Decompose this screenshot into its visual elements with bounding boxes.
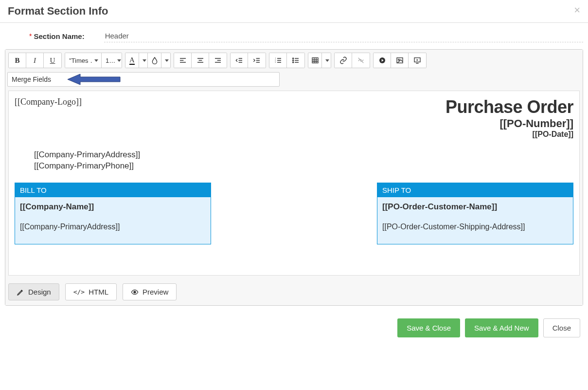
highlight-caret[interactable] bbox=[161, 53, 170, 68]
align-right-button[interactable] bbox=[209, 53, 227, 68]
underline-button[interactable]: U bbox=[44, 53, 61, 68]
editor-content[interactable]: [[Company-Logo]] Purchase Order [[PO-Num… bbox=[8, 91, 580, 276]
eye-icon bbox=[131, 288, 139, 296]
ship-to-address-token: [[PO-Order-Customer-Shipping-Address]] bbox=[382, 223, 568, 231]
save-close-button[interactable]: Save & Close bbox=[397, 318, 460, 337]
bill-to-panel: BILL TO [[Company-Name]] [[Company-Prima… bbox=[15, 183, 211, 244]
editor-toolbar: B I U "Times … 1… A bbox=[5, 50, 583, 71]
svg-point-21 bbox=[293, 58, 294, 59]
ship-to-name-token: [[PO-Order-Customer-Name]] bbox=[382, 202, 568, 212]
bill-to-header: BILL TO bbox=[15, 183, 211, 197]
po-heading-block: Purchase Order [[PO-Number]] [[PO-Date]] bbox=[445, 97, 573, 139]
ordered-list-button[interactable]: 123 bbox=[269, 53, 287, 68]
font-group: "Times … 1… bbox=[65, 53, 122, 68]
svg-point-22 bbox=[293, 60, 294, 61]
close-icon[interactable]: × bbox=[574, 5, 580, 16]
tab-html[interactable]: </> HTML bbox=[65, 283, 117, 300]
code-icon: </> bbox=[73, 288, 85, 296]
company-phone-token: [[Company-PrimaryPhone]] bbox=[34, 161, 573, 172]
image-button[interactable] bbox=[391, 53, 409, 68]
address-panels: BILL TO [[Company-Name]] [[Company-Prima… bbox=[15, 183, 573, 244]
table-button[interactable] bbox=[308, 53, 322, 68]
table-caret[interactable] bbox=[322, 53, 331, 68]
video-button[interactable] bbox=[374, 53, 391, 68]
monitor-icon bbox=[413, 56, 421, 64]
align-group bbox=[174, 53, 227, 68]
ordered-list-icon: 123 bbox=[274, 56, 282, 64]
merge-fields-select[interactable]: Merge Fields bbox=[7, 72, 280, 87]
rich-editor: B I U "Times … 1… A bbox=[5, 49, 583, 306]
font-size-select[interactable]: 1… bbox=[101, 53, 122, 68]
droplet-icon bbox=[151, 56, 159, 64]
svg-marker-38 bbox=[417, 59, 418, 61]
unordered-list-icon bbox=[292, 56, 300, 64]
tab-design-label: Design bbox=[28, 288, 51, 296]
section-name-label: Section Name: bbox=[34, 32, 84, 40]
modal-footer: Save & Close Save & Add New Close bbox=[0, 311, 588, 342]
play-circle-icon bbox=[378, 56, 386, 64]
tab-design[interactable]: Design bbox=[8, 283, 59, 300]
svg-text:3: 3 bbox=[275, 61, 276, 63]
embed-button[interactable] bbox=[409, 53, 426, 68]
ship-to-body: [[PO-Order-Customer-Name]] [[PO-Order-Cu… bbox=[377, 197, 573, 244]
color-group: A bbox=[125, 53, 171, 68]
font-family-value: "Times … bbox=[69, 57, 92, 64]
indent-icon bbox=[253, 56, 261, 64]
font-color-caret[interactable] bbox=[139, 53, 148, 68]
tab-preview[interactable]: Preview bbox=[123, 283, 177, 300]
indent-button[interactable] bbox=[248, 53, 266, 68]
company-logo-token: [[Company-Logo]] bbox=[15, 97, 82, 107]
bill-to-body: [[Company-Name]] [[Company-PrimaryAddres… bbox=[15, 197, 211, 244]
company-address-token: [[Company-PrimaryAddress]] bbox=[34, 149, 573, 161]
outdent-icon bbox=[235, 56, 243, 64]
modal-title: Format Section Info bbox=[8, 5, 108, 18]
highlight-button[interactable] bbox=[148, 53, 161, 68]
outdent-button[interactable] bbox=[231, 53, 248, 68]
indent-group bbox=[230, 53, 266, 68]
pencil-icon bbox=[17, 288, 24, 296]
ship-to-panel: SHIP TO [[PO-Order-Customer-Name]] [[PO-… bbox=[377, 183, 573, 244]
po-date-token: [[PO-Date]] bbox=[445, 130, 573, 139]
section-name-row: * Section Name: bbox=[0, 23, 588, 49]
unordered-list-button[interactable] bbox=[287, 53, 304, 68]
section-name-input[interactable] bbox=[104, 30, 583, 42]
close-button[interactable]: Close bbox=[543, 318, 580, 337]
media-group bbox=[373, 53, 427, 68]
unlink-button[interactable] bbox=[352, 53, 370, 68]
table-icon bbox=[311, 56, 319, 64]
italic-button[interactable]: I bbox=[26, 53, 44, 68]
align-right-icon bbox=[214, 56, 222, 64]
svg-point-23 bbox=[293, 62, 294, 63]
bold-button[interactable]: B bbox=[9, 53, 26, 68]
image-icon bbox=[396, 56, 404, 64]
save-add-new-button[interactable]: Save & Add New bbox=[465, 318, 538, 337]
list-group: 123 bbox=[269, 53, 305, 68]
font-family-select[interactable]: "Times … bbox=[65, 53, 101, 68]
merge-fields-label: Merge Fields bbox=[12, 75, 51, 83]
editor-toolbar-secondary: Merge Fields bbox=[5, 71, 583, 90]
link-button[interactable] bbox=[335, 53, 352, 68]
align-center-icon bbox=[196, 56, 204, 64]
required-asterisk: * bbox=[29, 32, 32, 40]
tab-preview-label: Preview bbox=[143, 288, 168, 296]
po-number-token: [[PO-Number]] bbox=[445, 117, 573, 130]
doc-header-row: [[Company-Logo]] Purchase Order [[PO-Num… bbox=[15, 97, 573, 139]
svg-point-41 bbox=[134, 291, 136, 293]
bill-to-address-token: [[Company-PrimaryAddress]] bbox=[20, 223, 206, 231]
unlink-icon bbox=[357, 56, 365, 64]
editor-view-tabs: Design </> HTML Preview bbox=[5, 279, 583, 305]
modal-header: Format Section Info × bbox=[0, 0, 588, 23]
tab-html-label: HTML bbox=[89, 288, 108, 296]
format-section-modal: Format Section Info × * Section Name: B … bbox=[0, 0, 588, 342]
font-size-value: 1… bbox=[106, 57, 115, 64]
align-center-button[interactable] bbox=[192, 53, 209, 68]
svg-point-36 bbox=[398, 59, 399, 60]
align-left-icon bbox=[179, 56, 187, 64]
table-group bbox=[308, 53, 331, 68]
font-color-button[interactable]: A bbox=[125, 53, 139, 68]
svg-rect-27 bbox=[312, 58, 318, 63]
company-address-block: [[Company-PrimaryAddress]] [[Company-Pri… bbox=[34, 149, 573, 172]
align-left-button[interactable] bbox=[174, 53, 192, 68]
format-group: B I U bbox=[8, 53, 62, 68]
link-icon bbox=[339, 56, 347, 64]
